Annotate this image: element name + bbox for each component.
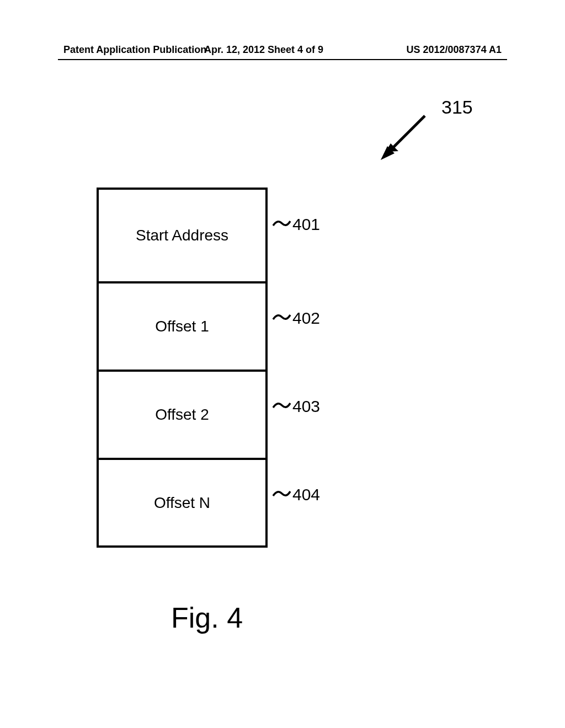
table-row: Start Address (99, 190, 265, 283)
table-row: Offset 1 (99, 283, 265, 372)
cell-text: Start Address (136, 227, 228, 244)
page-header: Patent Application Publication Apr. 12, … (0, 44, 565, 56)
figure-caption: Fig. 4 (171, 601, 243, 634)
header-date-sheet: Apr. 12, 2012 Sheet 4 of 9 (204, 44, 323, 56)
pointer-arrow-icon (375, 110, 430, 165)
reference-connector-icon (272, 488, 291, 499)
reference-label: 404 (292, 485, 320, 504)
table-row: Offset N (99, 460, 265, 545)
reference-label: 403 (292, 397, 320, 416)
header-publication: Patent Application Publication (63, 44, 206, 56)
reference-connector-icon (272, 312, 291, 323)
cell-text: Offset 2 (155, 406, 209, 424)
offset-table: Start Address Offset 1 Offset 2 Offset N (97, 188, 268, 548)
table-row: Offset 2 (99, 372, 265, 460)
reference-label: 402 (292, 309, 320, 328)
cell-text: Offset 1 (155, 318, 209, 335)
reference-connector-icon (272, 218, 291, 229)
cell-text: Offset N (154, 494, 210, 512)
header-patent-number: US 2012/0087374 A1 (407, 44, 502, 56)
svg-line-0 (389, 116, 425, 152)
reference-connector-icon (272, 400, 291, 411)
reference-label: 401 (292, 215, 320, 234)
header-divider (58, 59, 507, 60)
figure-reference-number: 315 (441, 97, 473, 118)
